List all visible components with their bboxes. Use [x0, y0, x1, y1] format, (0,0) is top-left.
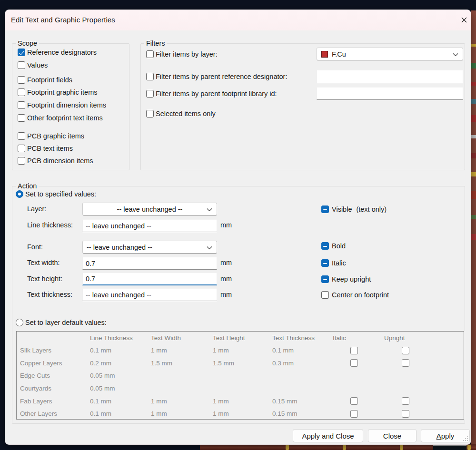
resize-grip[interactable]	[463, 436, 469, 442]
checkbox-box[interactable]	[146, 73, 154, 80]
checkbox-box[interactable]	[18, 132, 25, 140]
checkbox-label: Other footprint text items	[27, 114, 103, 122]
checkbox-box[interactable]	[402, 397, 409, 405]
checkbox-pcb-dimension-items[interactable]: PCB dimension items	[18, 157, 93, 165]
table-cell-text-width: 1 mm	[148, 395, 209, 408]
line-thickness-input[interactable]: -- leave unchanged --	[82, 219, 217, 232]
checkbox-box[interactable]	[18, 61, 25, 69]
layer-combobox[interactable]: -- leave unchanged --	[82, 203, 217, 215]
chevron-down-icon	[453, 50, 458, 59]
table-cell-upright[interactable]	[381, 344, 464, 357]
checkbox-footprint-dimension-items[interactable]: Footprint dimension items	[18, 101, 106, 109]
checkbox-label: Center on footprint	[332, 291, 389, 299]
checkbox-bold[interactable]: Bold	[321, 242, 346, 250]
filters-group: Filters	[140, 43, 465, 170]
checkbox-box[interactable]	[321, 242, 329, 250]
checkbox-box[interactable]	[402, 347, 409, 354]
layer-defaults-table: Line Thickness Text Width Text Height Te…	[16, 331, 464, 420]
checkbox-box[interactable]	[146, 110, 154, 117]
checkbox-box[interactable]	[402, 410, 409, 418]
font-combobox[interactable]: -- leave unchanged --	[82, 241, 217, 254]
parent-reference-designator-input[interactable]	[317, 70, 463, 83]
checkbox-pcb-text-items[interactable]: PCB text items	[18, 144, 73, 153]
checkbox-values[interactable]: Values	[18, 61, 48, 69]
checkbox-footprint-fields[interactable]: Footprint fields	[18, 76, 72, 84]
table-cell-text-height: 1.5 mm	[209, 357, 269, 370]
chevron-down-icon	[207, 205, 212, 214]
checkbox-box[interactable]	[321, 259, 329, 267]
checkbox-selected-items-only[interactable]: Selected items only	[146, 109, 216, 118]
input-value: 0.7	[83, 275, 95, 283]
chevron-down-icon	[207, 243, 212, 252]
checkbox-box[interactable]	[18, 101, 25, 109]
close-button[interactable]	[455, 13, 471, 27]
checkbox-box[interactable]	[350, 410, 358, 418]
table-cell-line-thickness: 0.2 mm	[87, 357, 148, 370]
table-cell-text-thickness	[269, 370, 329, 382]
checkbox-box[interactable]	[402, 359, 409, 367]
checkbox-italic[interactable]: Italic	[321, 259, 346, 267]
checkbox-box[interactable]	[18, 88, 25, 96]
checkbox-visible[interactable]: Visible (text only)	[321, 205, 387, 214]
table-cell-text-thickness	[269, 382, 329, 395]
checkbox-box[interactable]	[350, 359, 358, 367]
checkbox-box[interactable]	[321, 291, 329, 299]
table-cell-italic	[329, 370, 381, 382]
table-cell-text-height: 1 mm	[209, 395, 269, 408]
text-thickness-input[interactable]: -- leave unchanged --	[82, 288, 217, 301]
checkbox-keep-upright[interactable]: Keep upright	[321, 275, 371, 284]
checkbox-footprint-graphic-items[interactable]: Footprint graphic items	[18, 88, 97, 97]
checkbox-filter-by-layer[interactable]: Filter items by layer:	[146, 50, 218, 59]
text-height-input[interactable]: 0.7	[82, 273, 217, 285]
table-cell-italic[interactable]	[329, 395, 381, 408]
checkbox-box[interactable]	[18, 145, 25, 152]
checkbox-center-on-footprint[interactable]: Center on footprint	[321, 291, 389, 299]
text-width-input[interactable]: 0.7	[82, 257, 217, 270]
table-cell-text-width: 1.5 mm	[148, 357, 209, 370]
checkbox-filter-by-parent-footprint-library-id[interactable]: Filter items by parent footprint library…	[146, 89, 277, 98]
background-pcb-canvas-bottom	[200, 444, 476, 450]
checkbox-box[interactable]	[18, 157, 25, 165]
table-header-layer	[17, 332, 87, 344]
table-cell-text-height: 1 mm	[209, 407, 269, 420]
layer-filter-combobox[interactable]: F.Cu	[317, 48, 463, 60]
table-cell-italic[interactable]	[329, 357, 381, 370]
checkbox-label: PCB graphic items	[27, 132, 84, 140]
checkbox-box[interactable]	[350, 397, 358, 405]
table-cell-upright[interactable]	[381, 395, 464, 408]
radio-label: Set to specified values:	[25, 190, 96, 198]
table-cell-upright[interactable]	[381, 357, 464, 370]
close-icon	[460, 16, 468, 24]
checkbox-pcb-graphic-items[interactable]: PCB graphic items	[18, 132, 84, 140]
input-value: -- leave unchanged --	[83, 291, 151, 299]
radio-button[interactable]	[16, 190, 23, 198]
apply-button[interactable]: Apply	[421, 429, 470, 442]
apply-and-close-button[interactable]: Apply and Close	[293, 429, 363, 442]
close-dialog-button[interactable]: Close	[368, 429, 416, 442]
checkbox-reference-designators[interactable]: Reference designators	[18, 48, 97, 57]
parent-footprint-library-id-input[interactable]	[317, 87, 463, 100]
table-cell-italic[interactable]	[329, 344, 381, 357]
checkbox-label: PCB dimension items	[27, 157, 93, 165]
checkbox-label-suffix: (text only)	[356, 205, 387, 214]
checkbox-box[interactable]	[18, 114, 25, 122]
table-cell-italic	[329, 382, 381, 395]
button-label: Close	[383, 432, 401, 440]
checkbox-box[interactable]	[18, 76, 25, 84]
checkbox-filter-by-parent-reference-designator[interactable]: Filter items by parent reference designa…	[146, 72, 287, 81]
checkbox-box[interactable]	[321, 275, 329, 283]
radio-set-to-layer-default-values[interactable]: Set to layer default values:	[16, 318, 107, 327]
button-label: pply	[441, 432, 455, 440]
checkbox-label: Keep upright	[332, 275, 371, 284]
checkbox-box[interactable]	[146, 90, 154, 98]
checkbox-box[interactable]	[350, 347, 358, 354]
checkbox-box[interactable]	[146, 50, 154, 58]
table-cell-upright[interactable]	[381, 407, 464, 420]
radio-set-to-specified-values[interactable]: Set to specified values:	[16, 190, 96, 198]
checkbox-box[interactable]	[18, 49, 25, 56]
checkbox-other-footprint-text-items[interactable]: Other footprint text items	[18, 114, 103, 122]
table-cell-italic[interactable]	[329, 407, 381, 420]
checkbox-box[interactable]	[321, 205, 329, 213]
checkbox-label: Selected items only	[156, 109, 216, 118]
radio-button[interactable]	[16, 319, 23, 326]
